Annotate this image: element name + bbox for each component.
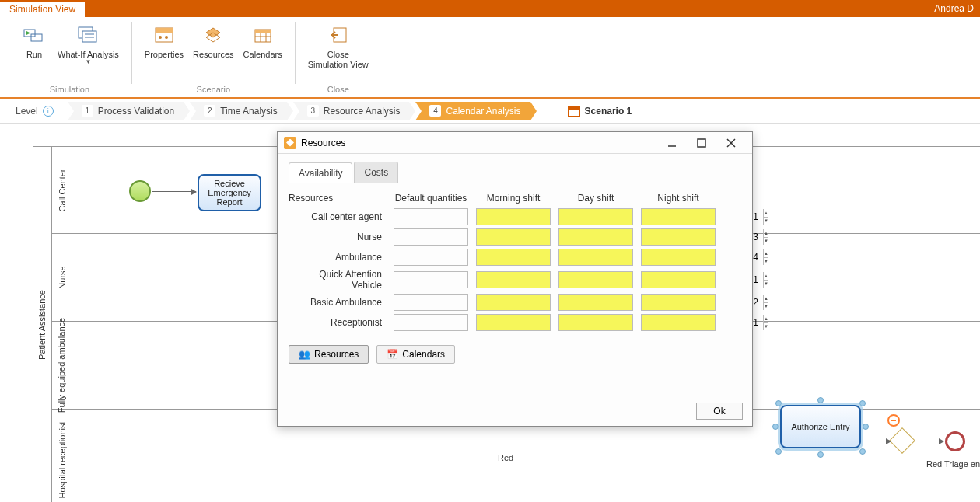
quantity-spinner[interactable]: ▲▼ — [558, 314, 633, 331]
minimize-button[interactable] — [657, 134, 687, 152]
whatif-icon — [76, 23, 100, 47]
step-down-icon[interactable]: ▼ — [764, 218, 768, 225]
resource-name: Ambulance — [289, 252, 390, 263]
quantity-input[interactable] — [642, 295, 763, 310]
quantity-spinner[interactable]: ▲▼ — [641, 314, 716, 331]
resources-dialog-icon — [284, 137, 296, 149]
people-icon: 👥 — [299, 349, 310, 360]
dialog-tabs: Availability Costs — [289, 162, 741, 183]
step-up-icon[interactable]: ▲ — [764, 295, 768, 303]
quantity-input[interactable] — [642, 229, 763, 245]
quantity-input[interactable] — [642, 315, 763, 330]
app-titlebar: Simulation View Andrea D — [0, 0, 980, 17]
quantity-spinner[interactable]: ▲▼ — [558, 208, 633, 225]
user-label: Andrea D — [928, 3, 980, 14]
pool-patient-assistance: Patient Assistance — [33, 146, 51, 502]
dropdown-caret-icon: ▼ — [85, 58, 91, 65]
run-label: Run — [26, 50, 42, 60]
svg-rect-4 — [82, 31, 96, 42]
quantity-spinner[interactable]: ▲▼ — [558, 228, 633, 246]
quantity-spinner[interactable]: ▲▼ — [476, 294, 551, 311]
close-sim-button[interactable]: Close Simulation View — [303, 22, 373, 71]
resource-row: Basic Ambulance▲▼▲▼▲▼▲▼ — [289, 294, 741, 311]
quantity-spinner[interactable]: ▲▼ — [641, 271, 716, 288]
quantity-spinner[interactable]: ▲▼ — [476, 249, 551, 266]
step-down-icon[interactable]: ▼ — [764, 281, 768, 288]
run-button[interactable]: Run — [16, 22, 53, 67]
col-default: Default quantities — [390, 193, 472, 204]
svg-marker-2 — [26, 31, 30, 35]
quantity-input[interactable] — [642, 209, 763, 225]
svg-rect-21 — [698, 139, 705, 147]
tab-costs[interactable]: Costs — [354, 162, 398, 183]
maximize-button[interactable] — [687, 134, 716, 152]
quantity-spinner[interactable]: ▲▼ — [476, 208, 551, 225]
quantity-spinner[interactable]: ▲▼ — [394, 294, 468, 311]
run-icon — [23, 23, 46, 47]
group-close-label: Close — [303, 83, 373, 97]
resources-button[interactable]: Resources — [188, 22, 239, 61]
quantity-spinner[interactable]: ▲▼ — [394, 208, 468, 225]
close-button[interactable] — [716, 134, 746, 152]
quantity-spinner[interactable]: ▲▼ — [558, 294, 633, 311]
quantity-spinner[interactable]: ▲▼ — [641, 208, 716, 225]
quantity-spinner[interactable]: ▲▼ — [394, 314, 468, 331]
col-night: Night shift — [637, 193, 719, 204]
quantity-spinner[interactable]: ▲▼ — [394, 271, 468, 288]
quantity-spinner[interactable]: ▲▼ — [476, 271, 551, 288]
sequence-flow — [863, 441, 891, 441]
resource-row: Call center agent▲▼▲▼▲▼▲▼ — [289, 208, 741, 225]
calendars-button[interactable]: Calendars — [239, 22, 287, 61]
step-down-icon[interactable]: ▼ — [764, 323, 768, 331]
end-event-red-triage[interactable] — [945, 431, 965, 451]
quantity-input[interactable] — [642, 249, 763, 265]
ok-button[interactable]: Ok — [696, 403, 743, 420]
properties-button[interactable]: Properties — [140, 22, 188, 61]
quantity-spinner[interactable]: ▲▼ — [558, 271, 633, 288]
task-recieve-report[interactable]: Recieve Emergency Report — [198, 174, 261, 211]
step-calendar-analysis[interactable]: 4Calendar Analysis — [415, 102, 530, 120]
quantity-spinner[interactable]: ▲▼ — [394, 249, 468, 266]
tab-availability[interactable]: Availability — [289, 162, 352, 183]
resources-toggle-button[interactable]: 👥Resources — [289, 345, 369, 364]
calendar-icon: 📅 — [387, 349, 398, 360]
step-resource-analysis[interactable]: 3Resource Analysis — [293, 102, 410, 120]
resource-row: Nurse▲▼▲▼▲▼▲▼ — [289, 228, 741, 246]
quantity-spinner[interactable]: ▲▼ — [641, 294, 716, 311]
whatif-button[interactable]: What-If Analysis ▼ — [53, 22, 124, 67]
step-up-icon[interactable]: ▲ — [764, 249, 768, 258]
resource-name: Receptionist — [289, 317, 390, 328]
quantity-spinner[interactable]: ▲▼ — [641, 228, 716, 246]
group-simulation-label: Simulation — [16, 83, 124, 97]
resource-row: Ambulance▲▼▲▼▲▼▲▼ — [289, 249, 741, 266]
resource-row: Receptionist▲▼▲▼▲▼▲▼ — [289, 314, 741, 331]
resources-grid: Resources Default quantities Morning shi… — [289, 191, 741, 331]
step-down-icon[interactable]: ▼ — [764, 238, 768, 246]
start-event[interactable] — [129, 180, 151, 202]
quantity-spinner[interactable]: ▲▼ — [558, 249, 633, 266]
scenario-indicator[interactable]: Scenario 1 — [568, 106, 632, 117]
calendars-icon — [251, 23, 275, 47]
step-up-icon[interactable]: ▲ — [764, 229, 768, 238]
gateway[interactable] — [889, 427, 915, 454]
quantity-spinner[interactable]: ▲▼ — [641, 249, 716, 266]
calendars-toggle-button[interactable]: 📅Calendars — [376, 345, 455, 364]
group-scenario-label: Scenario — [140, 83, 287, 97]
svg-rect-1 — [31, 34, 42, 41]
quantity-spinner[interactable]: ▲▼ — [476, 228, 551, 246]
step-time-analysis[interactable]: 2Time Analysis — [190, 102, 287, 120]
step-up-icon[interactable]: ▲ — [764, 209, 768, 218]
tab-simulation-view[interactable]: Simulation View — [0, 0, 85, 17]
step-up-icon[interactable]: ▲ — [764, 315, 768, 323]
step-down-icon[interactable]: ▼ — [764, 258, 768, 266]
resource-row: Quick Attention Vehicle▲▼▲▼▲▼▲▼ — [289, 269, 741, 291]
quantity-spinner[interactable]: ▲▼ — [394, 228, 468, 246]
step-up-icon[interactable]: ▲ — [764, 272, 768, 281]
info-icon[interactable]: i — [43, 106, 54, 117]
quantity-spinner[interactable]: ▲▼ — [476, 314, 551, 331]
quantity-input[interactable] — [642, 272, 763, 288]
step-process-validation[interactable]: 1Process Validation — [68, 102, 184, 120]
collapse-icon[interactable] — [887, 414, 900, 427]
step-down-icon[interactable]: ▼ — [764, 303, 768, 311]
task-authorize-entry[interactable]: Authorize Entry — [780, 405, 861, 448]
